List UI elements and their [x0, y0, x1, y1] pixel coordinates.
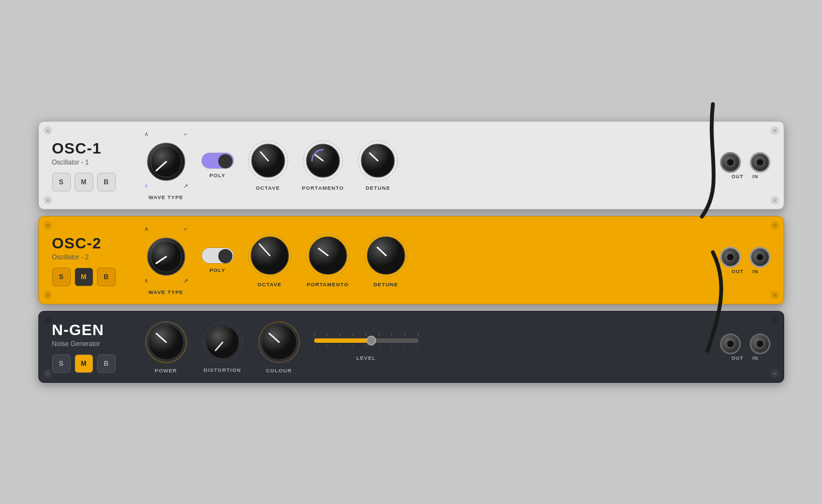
- osc2-portamento-label: PORTAMENTO: [307, 281, 349, 287]
- ngen-level-label: LEVEL: [356, 355, 376, 361]
- ngen-smb-group: S M B: [52, 354, 129, 373]
- osc1-m-button[interactable]: M: [75, 173, 93, 191]
- osc1-portamento-label: PORTAMENTO: [302, 185, 344, 191]
- osc2-poly-label: POLY: [209, 267, 225, 273]
- osc1-wavetype-group: ∧ ⌐ ∧ ↗: [144, 131, 188, 200]
- corner-screw-bl2: ✕: [43, 291, 52, 299]
- osc1-wavetype-knob[interactable]: [146, 142, 186, 182]
- osc1-out-label: OUT: [732, 174, 744, 179]
- ngen-distortion-label: DISTORTION: [203, 367, 241, 373]
- osc1-poly-group: POLY: [201, 152, 234, 178]
- wave-icon-4: ↗: [183, 183, 188, 190]
- ngen-colour-label: COLOUR: [266, 367, 292, 373]
- osc1-portamento-knob[interactable]: [302, 140, 344, 182]
- osc1-controls: ∧ ⌐ ∧ ↗: [144, 131, 705, 200]
- ngen-b-button[interactable]: B: [97, 354, 116, 373]
- osc2-poly-group: POLY: [201, 247, 234, 273]
- wave-icon-3: ∧: [144, 183, 148, 190]
- ngen-tick-bot: [327, 345, 327, 347]
- corner-screw-br: ✕: [770, 196, 779, 205]
- osc1-jacks-row: [720, 152, 770, 173]
- wave-icon-2: ⌐: [184, 131, 188, 138]
- ngen-level-group: LEVEL: [314, 333, 418, 361]
- ngen-in-jack[interactable]: [750, 333, 770, 354]
- osc2-wavetype-group: ∧ ⌐ ∧ ↗: [144, 225, 188, 295]
- osc2-smb-group: S M B: [52, 268, 129, 286]
- ngen-tick: [379, 333, 379, 336]
- ngen-in-label: IN: [752, 355, 758, 361]
- osc1-module: ✕ ✕ OSC-1 Oscillator - 1 S M B ∧ ⌐: [38, 121, 784, 209]
- ngen-jack-labels: OUT IN: [732, 355, 758, 361]
- ngen-tick: [314, 333, 315, 336]
- osc2-poly-knob: [218, 249, 233, 263]
- osc2-b-button[interactable]: B: [97, 268, 116, 286]
- osc2-m-button[interactable]: M: [75, 268, 93, 286]
- ngen-subtitle: Noise Generator: [52, 340, 129, 348]
- ngen-jacks: OUT IN: [720, 333, 770, 361]
- osc2-wave-icon-2: ⌐: [184, 225, 188, 233]
- osc1-detune-group: DETUNE: [357, 140, 399, 191]
- ngen-m-button[interactable]: M: [75, 354, 93, 373]
- osc1-b-button[interactable]: B: [97, 173, 116, 191]
- osc2-detune-knob[interactable]: [364, 233, 409, 278]
- osc1-out-jack[interactable]: [720, 152, 741, 173]
- osc2-title: OSC-2: [52, 235, 129, 252]
- osc1-jack-labels: OUT IN: [732, 174, 758, 179]
- ngen-power-group: POWER: [144, 320, 188, 373]
- osc2-wavetype-knob[interactable]: [146, 237, 186, 276]
- ngen-tick: [366, 333, 366, 336]
- osc2-wavetype-label: WAVE TYPE: [149, 289, 184, 295]
- osc1-poly-label: POLY: [209, 172, 225, 178]
- osc2-portamento-knob[interactable]: [305, 233, 350, 278]
- osc2-octave-knob[interactable]: [247, 233, 292, 278]
- ngen-tick: [353, 333, 353, 336]
- osc2-out-label: OUT: [732, 269, 744, 274]
- ngen-level-ticks-bottom: [314, 345, 418, 347]
- corner-screw-bl3: ✕: [43, 369, 52, 378]
- ngen-tick-bot: [314, 345, 315, 347]
- osc2-wave-icon-3: ∧: [144, 278, 148, 285]
- ngen-title: N-GEN: [52, 321, 129, 339]
- osc1-wavetype-label: WAVE TYPE: [149, 194, 184, 200]
- osc1-octave-knob[interactable]: [247, 140, 289, 182]
- osc2-s-button[interactable]: S: [52, 268, 71, 286]
- ngen-module: ✕ ✕ N-GEN Noise Generator S M B: [38, 311, 784, 383]
- osc2-jacks: OUT IN: [720, 247, 770, 274]
- ngen-distortion-knob[interactable]: [201, 321, 244, 364]
- osc2-in-label: IN: [752, 269, 758, 274]
- osc2-subtitle: Oscillator - 2: [52, 253, 129, 261]
- osc1-title: OSC-1: [52, 140, 129, 157]
- corner-screw-br3: ✕: [770, 369, 779, 378]
- ngen-tick-bot: [392, 345, 392, 347]
- osc1-poly-toggle[interactable]: [201, 152, 234, 169]
- osc2-title-block: OSC-2 Oscillator - 2 S M B: [52, 235, 129, 286]
- corner-screw-bl: ✕: [43, 196, 52, 205]
- ngen-tick-bot: [379, 345, 379, 347]
- ngen-colour-knob[interactable]: [257, 320, 301, 364]
- osc1-in-label: IN: [752, 174, 758, 179]
- osc1-portamento-group: PORTAMENTO: [302, 140, 344, 191]
- ngen-level-slider-track: [314, 338, 418, 343]
- osc1-wavetype-icons-bottom: ∧ ↗: [144, 183, 188, 190]
- osc2-poly-toggle[interactable]: [201, 247, 234, 264]
- osc1-octave-label: OCTAVE: [256, 185, 280, 191]
- osc1-in-jack[interactable]: [750, 152, 770, 173]
- ngen-s-button[interactable]: S: [52, 354, 71, 373]
- osc2-jacks-row: [720, 247, 770, 268]
- osc2-wavetype-icons: ∧ ⌐: [144, 225, 188, 233]
- ngen-tick-bot: [340, 345, 341, 347]
- osc1-detune-knob[interactable]: [357, 140, 399, 182]
- ngen-distortion-group: DISTORTION: [201, 321, 244, 373]
- osc1-jacks: OUT IN: [720, 152, 770, 179]
- corner-screw-br2: ✕: [770, 291, 779, 299]
- osc1-s-button[interactable]: S: [52, 173, 71, 191]
- osc1-wavetype-icons: ∧ ⌐: [144, 131, 188, 138]
- osc2-in-jack[interactable]: [750, 247, 770, 268]
- ngen-out-jack[interactable]: [720, 333, 741, 354]
- ngen-tick: [327, 333, 327, 336]
- osc1-poly-knob: [218, 154, 233, 168]
- ngen-power-knob[interactable]: [144, 320, 188, 364]
- osc2-out-jack[interactable]: [720, 247, 741, 268]
- ngen-tick: [392, 333, 392, 336]
- ngen-level-slider-thumb[interactable]: [366, 336, 376, 346]
